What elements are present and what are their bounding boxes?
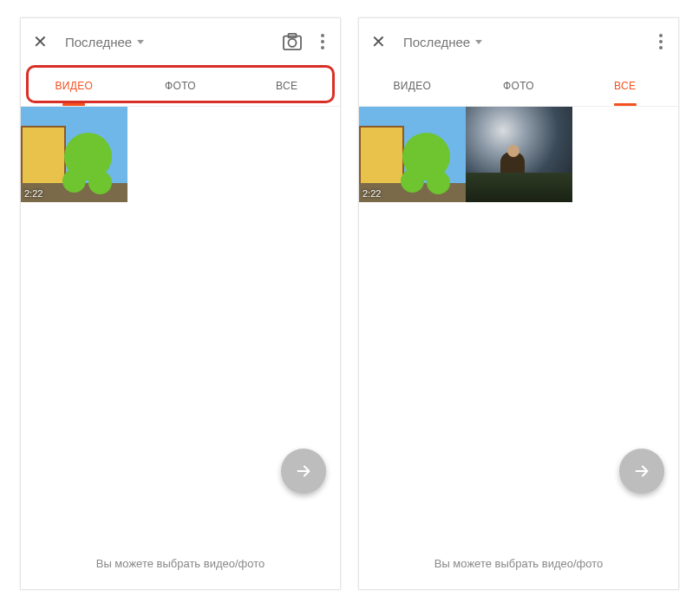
tabs-container: ВИДЕО ФОТО ВСЕ: [359, 65, 678, 107]
album-title: Последнее: [65, 35, 132, 49]
video-duration: 2:22: [24, 188, 42, 199]
more-icon[interactable]: [656, 30, 666, 53]
svg-point-2: [288, 39, 296, 47]
footer-hint: Вы можете выбрать видео/фото: [359, 543, 678, 589]
camera-icon[interactable]: [283, 33, 302, 50]
media-thumb-photo[interactable]: [466, 107, 572, 202]
header: ✕ Последнее: [21, 18, 340, 65]
tab-all[interactable]: ВСЕ: [233, 65, 340, 106]
media-thumb-video[interactable]: 2:22: [21, 107, 127, 202]
tab-all-label: ВСЕ: [614, 80, 636, 92]
tab-video-label: ВИДЕО: [394, 80, 432, 92]
tab-photo[interactable]: ФОТО: [127, 65, 234, 106]
close-icon[interactable]: ✕: [371, 33, 386, 50]
more-icon[interactable]: [317, 30, 328, 53]
screen-right: ✕ Последнее ВИДЕО ФОТО ВСЕ 2:22 Вы мо: [358, 17, 679, 590]
chevron-down-icon: [137, 40, 144, 44]
tabs: ВИДЕО ФОТО ВСЕ: [359, 65, 678, 107]
tab-photo-label: ФОТО: [165, 80, 196, 92]
tab-photo[interactable]: ФОТО: [466, 65, 572, 106]
tab-video-label: ВИДЕО: [56, 80, 94, 92]
tab-video[interactable]: ВИДЕО: [21, 65, 127, 106]
media-grid: 2:22: [21, 107, 340, 202]
close-icon[interactable]: ✕: [33, 33, 48, 50]
footer-hint: Вы можете выбрать видео/фото: [21, 543, 340, 589]
screen-left: ✕ Последнее ВИДЕО ФОТО ВСЕ: [20, 17, 341, 590]
album-dropdown[interactable]: Последнее: [403, 35, 638, 49]
media-thumb-video[interactable]: 2:22: [359, 107, 466, 202]
media-grid: 2:22: [359, 107, 678, 202]
header-actions: [656, 30, 666, 53]
header: ✕ Последнее: [359, 18, 678, 65]
tab-video[interactable]: ВИДЕО: [359, 65, 466, 106]
header-actions: [283, 30, 328, 53]
tabs: ВИДЕО ФОТО ВСЕ: [21, 65, 340, 107]
tabs-container: ВИДЕО ФОТО ВСЕ: [21, 65, 340, 107]
tab-all[interactable]: ВСЕ: [572, 65, 678, 106]
tab-photo-label: ФОТО: [503, 80, 534, 92]
chevron-down-icon: [475, 40, 482, 44]
video-duration: 2:22: [363, 188, 381, 199]
arrow-right-icon: [632, 462, 651, 481]
album-title: Последнее: [403, 35, 470, 49]
tab-all-label: ВСЕ: [276, 80, 297, 92]
next-fab[interactable]: [619, 449, 664, 494]
album-dropdown[interactable]: Последнее: [65, 35, 265, 49]
arrow-right-icon: [294, 462, 313, 481]
next-fab[interactable]: [281, 449, 326, 494]
